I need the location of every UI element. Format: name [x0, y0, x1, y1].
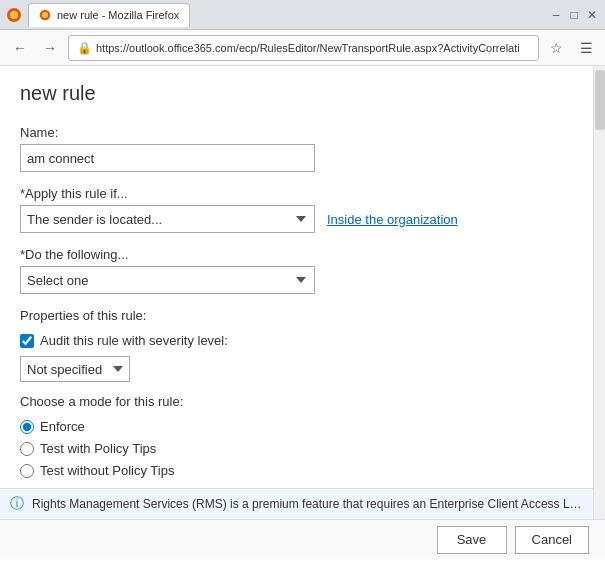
- no-policy-tips-label: Test without Policy Tips: [40, 463, 174, 478]
- tab-title: new rule - Mozilla Firefox: [57, 9, 179, 21]
- cancel-button[interactable]: Cancel: [515, 526, 589, 554]
- policy-tips-radio[interactable]: [20, 442, 34, 456]
- url-text: https://outlook.office365.com/ecp/RulesE…: [96, 42, 530, 54]
- name-input[interactable]: [20, 144, 315, 172]
- svg-point-1: [10, 11, 18, 19]
- address-bar[interactable]: 🔒 https://outlook.office365.com/ecp/Rule…: [68, 35, 539, 61]
- menu-icon[interactable]: ☰: [575, 37, 597, 59]
- apply-rule-label: *Apply this rule if...: [20, 186, 573, 201]
- name-group: Name:: [20, 125, 573, 172]
- apply-rule-group: *Apply this rule if... The sender is loc…: [20, 186, 573, 233]
- audit-checkbox-row: Audit this rule with severity level:: [20, 333, 573, 348]
- mode-label: Choose a mode for this rule:: [20, 394, 573, 409]
- name-label: Name:: [20, 125, 573, 140]
- enforce-radio[interactable]: [20, 420, 34, 434]
- properties-group: Properties of this rule: Audit this rule…: [20, 308, 573, 478]
- policy-tips-label: Test with Policy Tips: [40, 441, 156, 456]
- apply-rule-dropdown[interactable]: The sender is located...: [20, 205, 315, 233]
- back-button[interactable]: ←: [8, 36, 32, 60]
- page-wrapper: new rule Name: *Apply this rule if... Th…: [0, 66, 605, 559]
- page-content: new rule Name: *Apply this rule if... Th…: [0, 66, 593, 559]
- browser-tab[interactable]: new rule - Mozilla Firefox: [28, 3, 190, 27]
- mode-radio-group: Enforce Test with Policy Tips Test witho…: [20, 419, 573, 478]
- do-following-group: *Do the following... Select one: [20, 247, 573, 294]
- forward-button[interactable]: →: [38, 36, 62, 60]
- toolbar-icons: ☆ ☰: [545, 37, 597, 59]
- no-policy-tips-radio-row: Test without Policy Tips: [20, 463, 573, 478]
- scrollbar-thumb[interactable]: [595, 70, 605, 130]
- do-following-label: *Do the following...: [20, 247, 573, 262]
- bookmark-star-icon[interactable]: ☆: [545, 37, 567, 59]
- audit-checkbox[interactable]: [20, 334, 34, 348]
- close-button[interactable]: ✕: [585, 8, 599, 22]
- tab-favicon: [39, 9, 51, 21]
- footer-bar: Save Cancel: [0, 519, 605, 559]
- save-button[interactable]: Save: [437, 526, 507, 554]
- do-following-dropdown[interactable]: Select one: [20, 266, 315, 294]
- firefox-logo: [6, 7, 22, 23]
- enforce-label: Enforce: [40, 419, 85, 434]
- info-icon: ⓘ: [10, 495, 24, 513]
- inside-org-link[interactable]: Inside the organization: [327, 212, 458, 227]
- browser-toolbar: ← → 🔒 https://outlook.office365.com/ecp/…: [0, 30, 605, 66]
- severity-dropdown[interactable]: Not specified Low Medium High: [20, 356, 130, 382]
- info-bar: ⓘ Rights Management Services (RMS) is a …: [0, 488, 593, 519]
- enforce-radio-row: Enforce: [20, 419, 573, 434]
- maximize-button[interactable]: □: [567, 8, 581, 22]
- minimize-button[interactable]: –: [549, 8, 563, 22]
- audit-label: Audit this rule with severity level:: [40, 333, 228, 348]
- apply-rule-row: The sender is located... Inside the orga…: [20, 205, 573, 233]
- properties-title: Properties of this rule:: [20, 308, 573, 323]
- policy-tips-radio-row: Test with Policy Tips: [20, 441, 573, 456]
- info-text: Rights Management Services (RMS) is a pr…: [32, 497, 583, 511]
- scrollbar[interactable]: [593, 66, 605, 559]
- page-title: new rule: [20, 82, 573, 105]
- no-policy-tips-radio[interactable]: [20, 464, 34, 478]
- window-controls: – □ ✕: [549, 8, 599, 22]
- browser-title-bar: new rule - Mozilla Firefox – □ ✕: [0, 0, 605, 30]
- svg-point-3: [42, 12, 48, 18]
- lock-icon: 🔒: [77, 41, 92, 55]
